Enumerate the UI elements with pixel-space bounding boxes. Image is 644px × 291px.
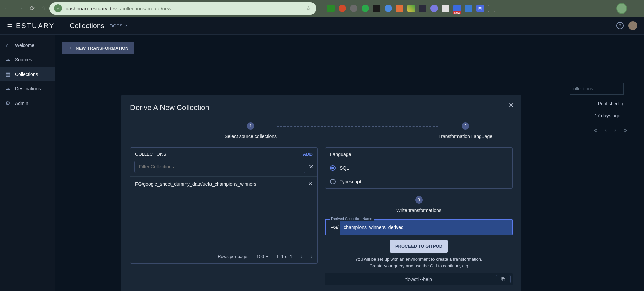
- prev-page-icon[interactable]: ‹: [300, 253, 302, 260]
- gear-icon: ⚙: [5, 100, 11, 106]
- radio-icon: [330, 179, 336, 184]
- filter-collections-input[interactable]: [134, 161, 305, 173]
- reload-icon[interactable]: ⟳: [30, 5, 35, 12]
- step-number: 3: [415, 196, 423, 204]
- proceed-to-gitpod-button[interactable]: PROCEED TO GITPOD: [390, 240, 448, 253]
- ext-icon[interactable]: [465, 5, 472, 12]
- prev-page-icon[interactable]: ‹: [605, 127, 607, 134]
- home-icon[interactable]: ⌂: [42, 5, 45, 12]
- sidebar-item-collections[interactable]: ▤ Collections: [0, 67, 55, 81]
- derived-name-field[interactable]: Derived Collection Name FG/ champions_wi…: [325, 219, 513, 235]
- derived-value-text: champions_winners_derived: [344, 224, 403, 230]
- rows-per-page-value: 100: [256, 254, 264, 259]
- user-avatar[interactable]: [628, 21, 637, 30]
- remove-collection-icon[interactable]: ✕: [308, 181, 313, 187]
- ext-icon[interactable]: [362, 5, 369, 12]
- help-icon[interactable]: ?: [616, 22, 624, 29]
- language-option-sql[interactable]: SQL: [325, 161, 512, 175]
- cloud-upload-icon: ☁: [5, 56, 11, 63]
- copy-icon: ⧉: [501, 276, 505, 282]
- extensions-puzzle-icon[interactable]: [488, 5, 495, 12]
- app-header: 〓 ESTUARY Collections DOCS ↗ ?: [0, 17, 644, 35]
- add-collection-button[interactable]: ADD: [303, 152, 313, 157]
- step-1: 1 Select source collections: [225, 122, 277, 139]
- sidebar-item-label: Sources: [15, 57, 32, 62]
- copy-command-button[interactable]: ⧉: [496, 275, 511, 283]
- sidebar-item-label: Collections: [15, 72, 38, 77]
- plus-icon: ＋: [68, 45, 72, 51]
- derive-collection-modal: Derive A New Collection ✕ 1 Select sourc…: [121, 95, 521, 291]
- ext-icon[interactable]: [327, 5, 335, 12]
- sidebar-item-destinations[interactable]: ☁ Destinations: [0, 81, 55, 96]
- ext-icon[interactable]: [407, 5, 415, 12]
- ext-icon[interactable]: [430, 5, 438, 12]
- cloud-download-icon: ☁: [5, 85, 11, 92]
- step-label: Select source collections: [225, 134, 277, 139]
- bookmark-star-icon[interactable]: ☆: [306, 5, 312, 12]
- language-label: SQL: [340, 165, 349, 171]
- collection-row[interactable]: FG/google_sheet_dummy_data/uefa_champion…: [130, 176, 317, 191]
- sidebar-item-admin[interactable]: ⚙ Admin: [0, 96, 55, 110]
- docs-label: DOCS: [110, 23, 123, 28]
- new-transformation-button[interactable]: ＋ NEW TRANSFORMATION: [62, 42, 134, 54]
- search-fragment-text: ollections: [570, 83, 624, 95]
- derived-name-input[interactable]: champions_winners_derived: [340, 220, 512, 235]
- collections-pager: Rows per page: 100 ▾ 1–1 of 1 ‹ ›: [130, 249, 317, 263]
- ext-icon[interactable]: M: [476, 5, 484, 12]
- ext-icon[interactable]: [373, 5, 380, 12]
- sidebar-item-welcome[interactable]: ⌂ Welcome: [0, 38, 55, 52]
- profile-avatar[interactable]: [616, 3, 627, 14]
- clear-filter-icon[interactable]: ✕: [309, 164, 313, 170]
- database-icon: ▤: [5, 71, 11, 77]
- ext-icon[interactable]: [442, 5, 449, 12]
- last-page-icon[interactable]: »: [624, 127, 627, 134]
- collection-name: FG/google_sheet_dummy_data/uefa_champion…: [135, 181, 256, 187]
- logo-text: ESTUARY: [16, 22, 55, 30]
- ext-icon[interactable]: [350, 5, 357, 12]
- next-page-icon[interactable]: ›: [614, 127, 616, 134]
- app-logo[interactable]: 〓 ESTUARY: [7, 22, 55, 30]
- logo-icon: 〓: [7, 22, 14, 30]
- collections-header: COLLECTIONS: [135, 152, 166, 157]
- url-host: dashboard.estuary.dev: [66, 6, 117, 11]
- ext-icon[interactable]: [339, 5, 346, 12]
- next-page-icon[interactable]: ›: [311, 253, 313, 260]
- ext-icon[interactable]: [396, 5, 403, 12]
- ext-icon[interactable]: [385, 5, 392, 12]
- url-bar[interactable]: ⇄ dashboard.estuary.dev/collections/crea…: [49, 2, 316, 15]
- sidebar-item-sources[interactable]: ☁ Sources: [0, 52, 55, 67]
- first-page-icon[interactable]: «: [594, 127, 597, 134]
- kebab-menu-icon[interactable]: ⋮: [634, 5, 640, 12]
- radio-icon: [330, 165, 336, 171]
- command-box: flowctl --help ⧉: [325, 273, 513, 285]
- page-title: Collections: [70, 22, 104, 30]
- sidebar-item-label: Destinations: [15, 86, 41, 91]
- step-2: 2 Transformation Language: [438, 122, 492, 139]
- modal-title: Derive A New Collection: [130, 103, 513, 112]
- field-label: Derived Collection Name: [330, 217, 374, 221]
- rows-per-page-select[interactable]: 100 ▾: [256, 254, 268, 259]
- close-icon[interactable]: ✕: [508, 101, 514, 109]
- step-connector: [277, 126, 438, 127]
- site-settings-icon[interactable]: ⇄: [54, 4, 62, 12]
- hint-text: You will be set up with an environment t…: [325, 256, 513, 269]
- derived-prefix: FG/: [326, 220, 340, 235]
- home-icon: ⌂: [5, 42, 11, 48]
- back-icon[interactable]: ←: [4, 5, 10, 12]
- step-label: Transformation Language: [438, 134, 492, 139]
- published-value-fragment: 17 days ago: [595, 113, 620, 118]
- external-link-icon: ↗: [124, 23, 127, 28]
- language-option-typescript[interactable]: Typescript: [325, 175, 512, 188]
- nav-arrows: ← → ⟳ ⌂: [4, 5, 45, 12]
- page-range: 1–1 of 1: [276, 254, 292, 259]
- ext-icon[interactable]: New: [453, 5, 461, 12]
- collections-panel: COLLECTIONS ADD ✕ FG/google_sheet_dummy_…: [130, 147, 318, 285]
- browser-toolbar: ← → ⟳ ⌂ ⇄ dashboard.estuary.dev/collecti…: [0, 0, 644, 17]
- ext-icon[interactable]: [419, 5, 426, 12]
- docs-link[interactable]: DOCS ↗: [110, 23, 128, 28]
- sidebar-item-label: Welcome: [15, 43, 34, 48]
- published-header-fragment: Published ↓: [598, 101, 624, 106]
- sidebar: ⌂ Welcome ☁ Sources ▤ Collections ☁ Dest…: [0, 35, 55, 291]
- step-number: 1: [247, 122, 254, 130]
- published-label: Published: [598, 101, 619, 106]
